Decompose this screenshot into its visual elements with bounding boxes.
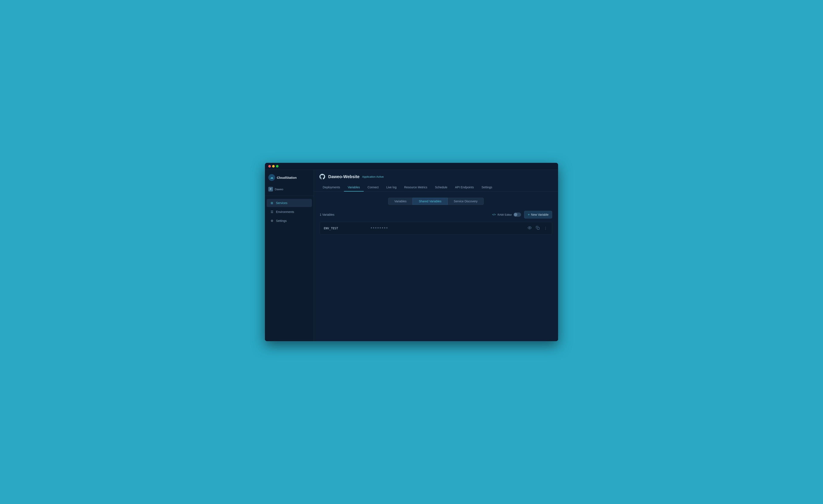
sub-tab-service-discovery[interactable]: Service Discovery: [448, 198, 484, 205]
tab-bar: Deployments Variables Connect Live log R…: [319, 184, 553, 192]
services-icon: ⊞: [270, 201, 274, 205]
page-body: Variables Shared Variables Service Disco…: [314, 192, 558, 341]
sidebar-label-environments: Environments: [276, 210, 294, 214]
app-status: Application Active: [362, 175, 384, 178]
project-initial-icon: P: [268, 187, 273, 192]
titlebar: [265, 163, 558, 170]
main-window: ☁ CloudStation P Daweo ⊞ Services ☰ Envi…: [265, 163, 558, 341]
tab-livelog[interactable]: Live log: [382, 184, 400, 192]
sub-tab-shared-variables[interactable]: Shared Variables: [413, 198, 447, 205]
raw-editor-button[interactable]: </> RAW Editor: [492, 213, 521, 217]
tab-api-endpoints[interactable]: API Endpoints: [451, 184, 478, 192]
eye-icon[interactable]: [527, 225, 532, 231]
tab-deployments[interactable]: Deployments: [319, 184, 344, 192]
window-controls: [268, 165, 279, 168]
sidebar-project: P Daweo: [265, 185, 314, 195]
toggle-knob: [514, 213, 517, 216]
more-options-icon[interactable]: ⋮: [543, 225, 548, 231]
variables-count: 1 Variables: [320, 213, 334, 216]
new-variable-label: New Variable: [531, 213, 548, 216]
svg-point-0: [529, 227, 530, 228]
main-content: Daweo-Website Application Active Deploym…: [314, 170, 558, 341]
sidebar-label-settings: Settings: [276, 219, 287, 223]
sub-tab-bar: Variables Shared Variables Service Disco…: [320, 198, 552, 205]
sidebar-label-services: Services: [276, 201, 288, 205]
logo-text: CloudStation: [277, 176, 297, 179]
tab-resource-metrics[interactable]: Resource Metrics: [400, 184, 431, 192]
variable-row: ENV_TEST ********: [320, 222, 552, 235]
tab-settings[interactable]: Settings: [478, 184, 496, 192]
raw-editor-toggle[interactable]: [513, 213, 521, 217]
sidebar: ☁ CloudStation P Daweo ⊞ Services ☰ Envi…: [265, 170, 314, 341]
logo-icon: ☁: [268, 174, 275, 181]
copy-icon[interactable]: [535, 225, 540, 231]
tab-schedule[interactable]: Schedule: [431, 184, 451, 192]
sidebar-nav: ⊞ Services ☰ Environments ⚙ Settings: [265, 197, 314, 227]
toolbar-right: </> RAW Editor + New Variable: [492, 211, 552, 219]
app-title: Daweo-Website: [328, 174, 359, 179]
sub-tab-variables[interactable]: Variables: [388, 198, 413, 205]
sidebar-item-settings[interactable]: ⚙ Settings: [267, 217, 312, 225]
sidebar-divider: [265, 196, 314, 196]
app-title-row: Daweo-Website Application Active: [319, 173, 553, 180]
minimize-dot[interactable]: [272, 165, 275, 168]
raw-editor-label: RAW Editor: [498, 213, 512, 216]
project-name: Daweo: [275, 188, 283, 191]
sidebar-item-environments[interactable]: ☰ Environments: [267, 208, 312, 216]
close-dot[interactable]: [268, 165, 271, 168]
github-icon: [319, 173, 326, 180]
variable-name: ENV_TEST: [324, 227, 366, 230]
variables-toolbar: 1 Variables </> RAW Editor + New Variabl…: [320, 211, 552, 219]
variable-actions: ⋮: [527, 225, 548, 231]
sidebar-item-services[interactable]: ⊞ Services: [267, 199, 312, 207]
plus-icon: +: [528, 213, 530, 217]
sidebar-logo: ☁ CloudStation: [265, 172, 314, 185]
tab-connect[interactable]: Connect: [364, 184, 382, 192]
code-icon: </>: [492, 213, 496, 216]
tab-variables[interactable]: Variables: [344, 184, 364, 192]
app-header: Daweo-Website Application Active Deploym…: [314, 170, 558, 192]
svg-rect-1: [537, 227, 539, 230]
settings-icon: ⚙: [270, 219, 274, 223]
variable-value: ********: [370, 227, 523, 230]
environments-icon: ☰: [270, 210, 274, 214]
new-variable-button[interactable]: + New Variable: [524, 211, 552, 219]
maximize-dot[interactable]: [276, 165, 279, 168]
